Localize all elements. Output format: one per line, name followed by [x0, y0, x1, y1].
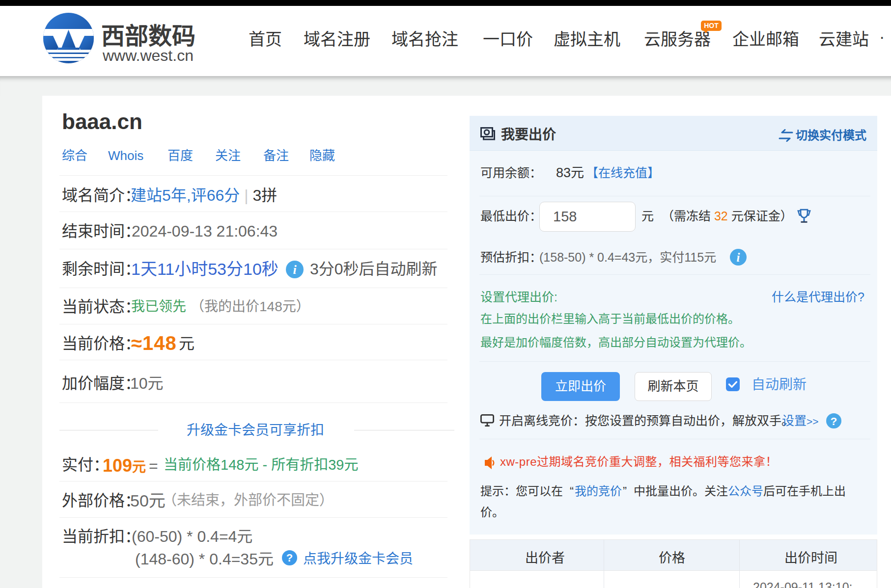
svg-text:?: ?	[831, 415, 837, 428]
svg-text:i: i	[737, 251, 740, 264]
svg-text:?: ?	[286, 552, 293, 564]
svg-text:i: i	[293, 263, 297, 277]
